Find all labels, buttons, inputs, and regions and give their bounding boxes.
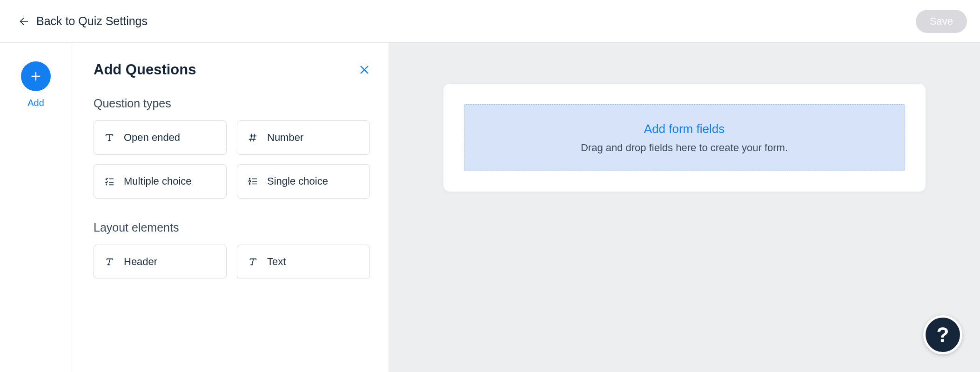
card-single-choice[interactable]: Single choice [237, 164, 370, 199]
help-button[interactable]: ? [923, 315, 962, 354]
section-title-question-types: Question types [94, 97, 370, 110]
panel-title: Add Questions [94, 61, 196, 78]
card-header[interactable]: Header [94, 245, 227, 279]
arrow-left-icon [19, 16, 29, 27]
add-questions-panel: Add Questions Question types Open ended … [72, 43, 389, 372]
layout-elements-grid: Header Text [94, 245, 370, 279]
add-label: Add [27, 98, 44, 108]
question-types-grid: Open ended Number Multiple choice Single… [94, 120, 370, 199]
back-button[interactable]: Back to Quiz Settings [19, 14, 148, 28]
dropzone[interactable]: Add form fields Drag and drop fields her… [464, 104, 905, 171]
card-multiple-choice[interactable]: Multiple choice [94, 164, 227, 199]
card-label: Single choice [267, 175, 328, 187]
help-icon: ? [937, 323, 949, 346]
close-panel-button[interactable] [359, 64, 370, 75]
card-number[interactable]: Number [237, 120, 370, 155]
card-label: Open ended [124, 132, 180, 144]
dropzone-subtitle: Drag and drop fields here to create your… [581, 142, 788, 154]
panel-header: Add Questions [94, 61, 370, 78]
main-area: Add Add Questions Question types Open en… [0, 43, 980, 372]
hash-icon [247, 132, 259, 144]
add-button[interactable] [21, 61, 51, 91]
card-label: Multiple choice [124, 175, 192, 187]
section-title-layout-elements: Layout elements [94, 221, 370, 234]
card-open-ended[interactable]: Open ended [94, 120, 227, 155]
italic-t-icon [247, 256, 259, 268]
plus-icon [29, 70, 42, 83]
svg-point-2 [249, 180, 251, 182]
text-t-icon [103, 132, 115, 144]
card-label: Number [267, 132, 303, 144]
italic-t-icon [103, 256, 115, 268]
checklist-icon [103, 175, 115, 187]
save-button[interactable]: Save [916, 10, 967, 33]
svg-point-1 [249, 178, 251, 180]
form-canvas: Add form fields Drag and drop fields her… [389, 43, 980, 372]
card-label: Header [124, 256, 157, 268]
close-icon [359, 64, 370, 75]
left-rail: Add [0, 43, 72, 372]
svg-point-3 [249, 183, 251, 185]
card-text[interactable]: Text [237, 245, 370, 279]
topbar: Back to Quiz Settings Save [0, 0, 980, 43]
svg-point-0 [106, 184, 107, 186]
card-label: Text [267, 256, 286, 268]
radiolist-icon [247, 175, 259, 187]
back-label: Back to Quiz Settings [36, 14, 148, 28]
form-card: Add form fields Drag and drop fields her… [443, 84, 926, 192]
dropzone-title: Add form fields [644, 122, 725, 136]
